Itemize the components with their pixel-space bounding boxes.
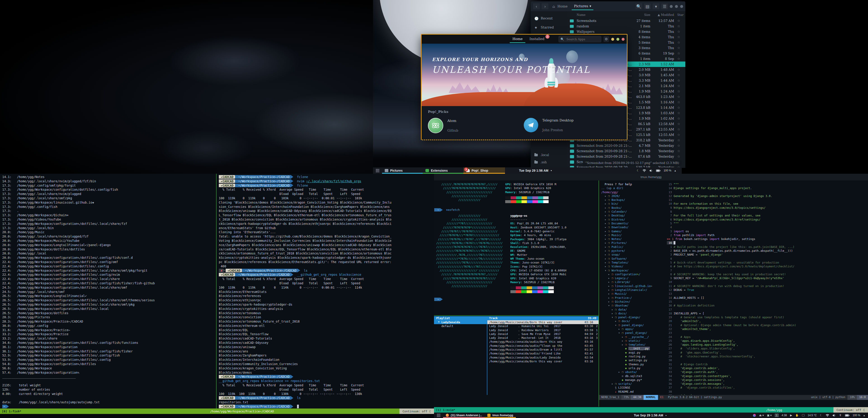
window-minimize-button[interactable] [611,38,614,41]
tmux-session-label[interactable]: [0] 1:fish* [0,410,21,413]
star-icon[interactable]: ☆ [677,138,685,142]
file-row[interactable]: Screenshots27 items12:57 AM☆ [567,18,685,24]
app-card-telegram[interactable]: Telegram Desktop John Preston [524,118,574,132]
featured-banner[interactable]: ¦¦¦¦¦¦ EXPLORE YOUR HORIZONS AND UNLEASH… [422,44,627,106]
star-icon[interactable]: ☆ [677,40,685,44]
wifi-icon[interactable] [826,414,829,417]
touch-icon[interactable]: ✋ [795,414,799,417]
window-maximize-button[interactable] [675,5,678,8]
taskbar-item-tmux[interactable]: tmux /home/ygg [485,413,516,418]
taskbar-item-popshop[interactable]: 3 Pop!_Shop [463,168,505,174]
column-star[interactable]: Star [677,13,685,17]
view-options-button[interactable]: ▾ [653,3,659,9]
track-row[interactable]: Lady Zenaid . Mastered- Let It 201803:16… [487,336,598,340]
track-row[interactable]: Lady Zenaid . Rainbow Warriors 201703:59… [487,328,598,332]
code-editor-pane[interactable]: 15 """ 14 Django settings for django_mul… [667,182,866,395]
app-indicator-icon[interactable] [753,414,756,417]
track-row[interactable]: /home/ygg/Music/zenaida/audio/Lady Zenai… [487,356,598,359]
night-light-moon-icon[interactable]: ☾ [637,169,639,172]
track-row[interactable]: /home/ygg/Music/zenaida/audio/“Clean up … [487,344,598,348]
track-row[interactable]: /home/ygg/Music/zenaida/audio/Born this … [487,340,598,344]
tmux-pane-border[interactable] [598,180,599,407]
terminal-titlebar[interactable]: tmux /home/ygg [434,174,868,181]
eject-icon[interactable]: ⏏ ▾ [759,414,764,417]
star-icon[interactable]: ☆ [677,106,685,110]
star-icon[interactable]: ☆ [677,73,685,77]
clock-top[interactable]: Tue Sep 29 1:56 AM ● [519,169,552,172]
view-grid-button[interactable]: ▤ [644,3,651,9]
track-row[interactable]: /home/ygg/Music/zenaida/Born this way co… [487,320,598,324]
track-row[interactable]: Lady Zenaid . Humanite Uni Toi 201703:30… [487,324,598,328]
nerdtree-pane[interactable]: Press ? for help.. (up a dir)/home/ygg/ … [601,182,666,395]
app-grid-icon[interactable] [376,169,379,172]
gear-icon[interactable]: ⚙ [603,36,609,42]
star-icon[interactable]: ☆ [677,89,685,93]
microphone-icon[interactable]: 🎙 [839,414,842,417]
app-grid-icon[interactable] [437,414,440,417]
star-icon[interactable]: ☆ [677,30,685,34]
sidebar-item-local[interactable]: .local [531,151,569,158]
star-icon[interactable]: ☆ [677,51,685,55]
wifi-icon[interactable] [643,169,646,172]
file-row[interactable]: Screenshot from 2020-09-28 21-…87.6 kBYe… [567,154,685,159]
caret-up-icon[interactable]: ▴ [675,169,676,172]
tab-home[interactable]: Home [510,35,525,43]
search-field[interactable]: 🔍 [559,36,601,42]
star-icon[interactable]: ☆ [677,144,685,148]
column-modified[interactable]: ▲ Modified [653,13,677,17]
star-icon[interactable]: ☆ [677,154,685,158]
star-icon[interactable]: ☆ [677,46,685,50]
star-icon[interactable]: ☆ [677,84,685,88]
forward-button[interactable]: › [541,3,548,9]
taskbar-item-extensions[interactable]: Extensions [423,168,463,174]
star-icon[interactable]: ☆ [677,62,685,66]
star-icon[interactable]: ☆ [677,35,685,39]
star-icon[interactable]: ☆ [677,149,685,153]
file-row[interactable]: random1 itemThu☆ [567,24,685,29]
star-icon[interactable]: ☆ [677,122,685,126]
column-size[interactable]: Size [633,13,653,17]
playlist-item[interactable]: default [434,324,487,328]
terminal-right[interactable]: tmux /home/ygg //////.767676767676767676… [434,174,868,418]
star-icon[interactable]: ☆ [677,117,685,121]
display-icon[interactable]: 🖵 [802,414,804,417]
star-icon[interactable]: ☆ [677,100,685,104]
taskbar-item-firefox[interactable]: (11) Shawn Anderson |... [443,413,485,418]
terminal-left[interactable]: 14.1: /home/ygg/Notes14.3: /home/ygg/.lo… [0,174,434,418]
menu-button[interactable]: ☰ [661,3,668,9]
playlist-item[interactable]: * LadyZenaida [434,320,487,324]
window-minimize-button[interactable] [670,5,673,8]
star-icon[interactable]: ☆ [677,19,685,23]
window-maximize-button[interactable] [616,38,619,41]
file-row[interactable]: Wallpapers8 itemsThu☆ [567,29,685,34]
breadcrumb-pictures[interactable]: Pictures ▾ [572,3,593,10]
battery-icon[interactable] [845,414,849,417]
file-row[interactable]: Screenshot from 2020-09-28 21-…4.7 MBYes… [567,143,685,148]
tmux-pane-border[interactable] [434,315,598,316]
caret-up-icon[interactable]: ▴ [864,414,865,417]
star-icon[interactable]: ☆ [677,127,685,131]
star-icon[interactable]: ☆ [677,133,685,137]
taskbar-item-pictures[interactable]: Pictures [382,168,423,174]
file-row[interactable]: Screenshot from 2020-09-28 21-…1.8 MBYes… [567,148,685,154]
play-icon[interactable]: ▶ [790,414,792,417]
tab-installed[interactable]: Installed 3 [527,35,547,43]
track-row[interactable]: /home/ygg/Music/zenaida/Born this way co… [487,359,598,363]
window-close-button[interactable] [622,38,625,41]
star-icon[interactable]: ☆ [677,68,685,72]
tmux-pane-border[interactable] [216,174,217,409]
clipboard-icon[interactable]: ▣ ▾ [767,414,772,417]
track-row[interactable]: /home/ygg/Music/zenaida/audio/'Friend Li… [487,352,598,355]
star-icon[interactable]: ☆ [677,57,685,61]
tmux-session-label[interactable]: [1] 1:nvim* [434,408,455,412]
breadcrumb-home[interactable]: ⌂ Home [550,3,570,10]
night-light-moon-icon[interactable]: ☾ [820,414,822,417]
sidebar-item-starred[interactable]: ★ Starred [531,23,567,32]
star-icon[interactable]: ☆ [677,24,685,28]
volume-icon[interactable] [833,414,836,417]
track-row[interactable]: /home/ygg/Music/zenaida/audio/Dream a li… [487,348,598,352]
battery-icon[interactable] [656,170,660,172]
app-card-atom[interactable]: Atom Github [428,118,458,133]
star-icon[interactable]: ☆ [677,95,685,99]
clock-bottom[interactable]: Tue Sep 29 1:56 AM ● [634,414,666,417]
